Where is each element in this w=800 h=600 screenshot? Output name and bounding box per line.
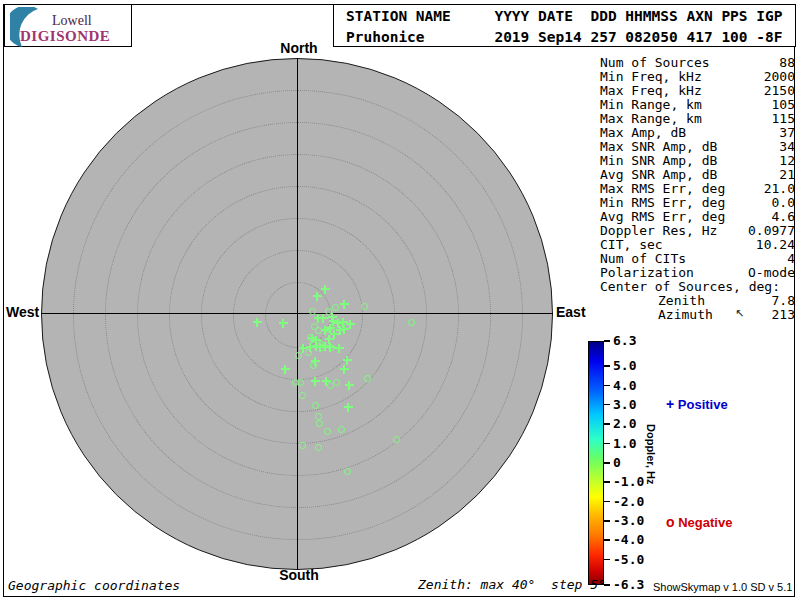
stats-label: Max SNR Amp, dB — [600, 140, 717, 154]
stats-row: Avg SNR Amp, dB21 — [600, 168, 795, 182]
stats-row: Min RMS Err, deg0.0 — [600, 196, 795, 210]
stats-label: Avg RMS Err, deg — [600, 210, 725, 224]
source-marker-negative — [338, 426, 345, 433]
stats-row: Max RMS Err, deg21.0 — [600, 182, 795, 196]
stats-value: O-mode — [748, 266, 795, 280]
source-marker-negative — [316, 420, 323, 427]
colorbar-tick — [604, 340, 610, 342]
zenith-range-label: Zenith: max 40° step 5° — [418, 577, 606, 592]
header-column-titles: STATION NAME YYYY DATE DDD HHMMSS AXN PP… — [346, 7, 795, 26]
stats-value: 2000 — [764, 70, 795, 84]
source-marker-negative — [324, 428, 331, 435]
stats-row: Azimuth213 — [600, 308, 795, 322]
colorbar-tick — [604, 365, 610, 367]
stats-value: 105 — [772, 98, 795, 112]
stats-value: 88 — [779, 56, 795, 70]
source-marker-negative — [344, 468, 351, 475]
colorbar-tick-label: 0 — [613, 455, 621, 471]
source-marker-negative — [325, 326, 332, 333]
colorbar-tick — [604, 404, 610, 406]
app-version-label: ShowSkymap v 1.0 SD v 5.1 — [653, 581, 792, 593]
stats-row: Num of CITs4 — [600, 252, 795, 266]
source-marker-negative — [319, 344, 326, 351]
stats-label: Center of Sources, deg: — [600, 280, 780, 294]
source-marker-positive — [311, 377, 320, 386]
stats-label: Min RMS Err, deg — [600, 196, 725, 210]
source-marker-positive — [335, 344, 344, 353]
stats-row: Min Range, km105 — [600, 98, 795, 112]
source-marker-positive — [345, 381, 354, 390]
colorbar-tick — [604, 520, 610, 522]
compass-label-south: South — [270, 567, 328, 583]
stats-value: 213 — [772, 308, 795, 322]
source-marker-positive — [281, 365, 290, 374]
source-marker-negative — [393, 436, 400, 443]
source-marker-negative — [332, 304, 339, 311]
stats-row: Max SNR Amp, dB34 — [600, 140, 795, 154]
legend-negative-label: Negative — [678, 515, 732, 530]
stats-label: Num of Sources — [600, 56, 710, 70]
source-marker-positive — [340, 300, 349, 309]
stats-label: CIT, sec — [600, 238, 663, 252]
stats-row: Doppler Res, Hz0.0977 — [600, 224, 795, 238]
stats-label: Max Amp, dB — [600, 126, 686, 140]
source-marker-negative — [328, 344, 335, 351]
colorbar-tick — [604, 539, 610, 541]
stats-label: Zenith — [658, 294, 705, 308]
stats-label: Num of CITs — [600, 252, 686, 266]
stats-row: Center of Sources, deg: — [600, 280, 795, 294]
colorbar-tick-label: 4.0 — [613, 378, 636, 394]
colorbar-tick-label: 6.3 — [613, 333, 636, 349]
source-marker-negative — [333, 379, 340, 386]
stats-label: Avg SNR Amp, dB — [600, 168, 717, 182]
stats-value: 10.24 — [756, 238, 795, 252]
stats-row: Max Range, km115 — [600, 112, 795, 126]
colorbar-tick-label: 5.0 — [613, 358, 636, 374]
colorbar-tick — [604, 501, 610, 503]
logo-text-lowell: Lowell — [52, 13, 92, 29]
colorbar-tick-label: -5.0 — [613, 552, 644, 568]
stats-value: 21 — [779, 168, 795, 182]
stats-row: Num of Sources88 — [600, 56, 795, 70]
stats-row: Max Amp, dB37 — [600, 126, 795, 140]
stats-row: Avg RMS Err, deg4.6 — [600, 210, 795, 224]
source-marker-negative — [305, 349, 312, 356]
colorbar-title: Doppler, Hz — [645, 424, 657, 485]
stats-value: 0.0 — [772, 196, 795, 210]
source-marker-negative — [364, 375, 371, 382]
source-marker-negative — [312, 402, 319, 409]
stats-label: Max Range, km — [600, 112, 702, 126]
source-marker-positive — [319, 314, 328, 323]
source-marker-positive — [340, 325, 349, 334]
stats-value: 4.6 — [772, 210, 795, 224]
colorbar-tick — [604, 462, 610, 464]
doppler-colorbar — [588, 341, 604, 585]
colorbar-tick-label: -1.0 — [613, 474, 644, 490]
stats-label: Azimuth — [658, 308, 713, 322]
legend-negative: o Negative — [666, 514, 732, 530]
source-marker-positive — [253, 318, 262, 327]
circle-marker-icon: o — [666, 514, 675, 530]
colorbar-tick-label: -3.0 — [613, 513, 644, 529]
colorbar-tick — [604, 481, 610, 483]
stats-value: 7.8 — [772, 294, 795, 308]
stats-row: Min SNR Amp, dB12 — [600, 154, 795, 168]
colorbar-tick — [604, 385, 610, 387]
source-marker-negative — [408, 319, 415, 326]
source-marker-negative — [307, 334, 314, 341]
colorbar-tick-label: -4.0 — [613, 532, 644, 548]
station-header: STATION NAME YYYY DATE DDD HHMMSS AXN PP… — [333, 4, 796, 47]
compass-label-east: East — [556, 304, 586, 320]
stats-value: 0.0977 — [748, 224, 795, 238]
stats-label: Min Freq, kHz — [600, 70, 702, 84]
stats-label: Min Range, km — [600, 98, 702, 112]
stats-label: Polarization — [600, 266, 694, 280]
stats-value: 34 — [779, 140, 795, 154]
logo-text-digisonde: DIGISONDE — [20, 28, 110, 45]
mouse-cursor-icon: ↖ — [735, 307, 744, 320]
compass-label-north: North — [270, 40, 328, 56]
stats-panel: Num of Sources88Min Freq, kHz2000Max Fre… — [600, 56, 795, 322]
source-marker-negative — [315, 413, 322, 420]
stats-row: Min Freq, kHz2000 — [600, 70, 795, 84]
colorbar-tick — [604, 443, 610, 445]
